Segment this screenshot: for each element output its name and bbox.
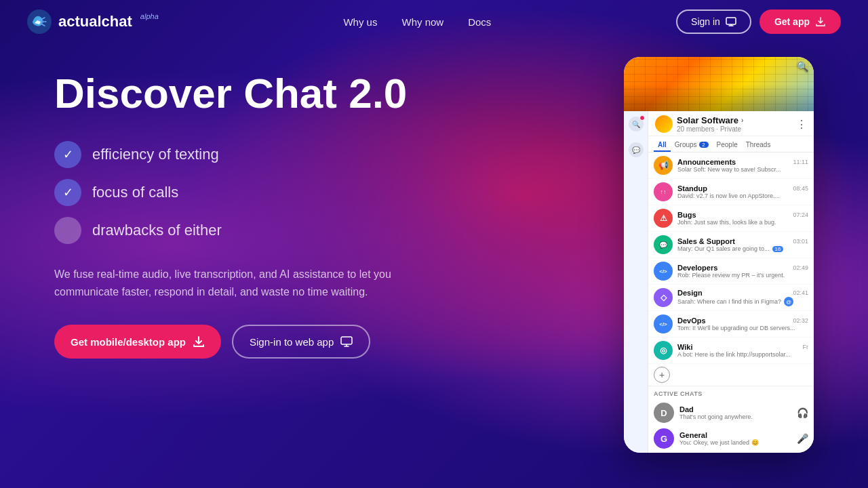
side-icon-search[interactable]: 🔍	[629, 117, 644, 131]
chat-time-design: 02:41	[793, 289, 808, 296]
chat-preview-bugs: John: Just saw this, looks like a bug.	[677, 219, 808, 226]
cta-secondary-button[interactable]: Sign-in to web app	[232, 325, 370, 359]
feature-item-1: ✓ efficiency of texting	[54, 141, 597, 168]
chat-content-standup: Standup 08:45 David: v2.7 is now live on…	[677, 184, 808, 199]
banner-search-icon[interactable]: 🔍	[797, 61, 808, 72]
design-at-badge: @	[784, 297, 793, 306]
chat-content-design: Design 02:41 Sarah: Where can I find thi…	[677, 289, 808, 306]
add-channel-button[interactable]: +	[654, 367, 670, 383]
getapp-button[interactable]: Get app	[760, 9, 841, 34]
chat-time-wiki: Fr	[803, 344, 809, 350]
active-chat-dad[interactable]: D Dad That's not going anywhere. 🎧	[654, 400, 808, 426]
chat-name-developers: Developers	[677, 264, 717, 272]
chat-time-standup: 08:45	[793, 185, 808, 192]
tabs: All Groups 2 People Threads	[648, 136, 814, 152]
logo-text: actualchat	[58, 13, 132, 30]
tab-threads[interactable]: Threads	[742, 139, 775, 152]
chat-preview-announcements: Solar Soft: New way to save! Subscr...	[677, 166, 808, 173]
chat-time-devops: 02:32	[793, 317, 808, 324]
feature-text-3: drawbacks of either	[92, 222, 222, 239]
chat-preview-design: Sarah: Where can I find this in Figma? @	[677, 297, 808, 306]
sales-badge: 16	[772, 246, 784, 252]
chat-time-developers: 02:49	[793, 264, 808, 271]
alpha-badge: alpha	[140, 12, 159, 20]
chat-preview-standup: David: v2.7 is now live on AppStore....	[677, 192, 808, 199]
chat-avatar-standup: ↑↑	[654, 182, 673, 201]
headphone-icon: 🎧	[797, 407, 808, 418]
active-chats-title: Active chats	[654, 390, 808, 397]
active-chats-section: Active chats D Dad That's not going anyw…	[648, 386, 814, 453]
feature-item-3: drawbacks of either	[54, 217, 597, 244]
group-name: Solar Software ›	[677, 115, 743, 125]
group-avatar	[655, 115, 673, 133]
chat-content-wiki: Wiki Fr A bot: Here is the link http://s…	[677, 343, 808, 358]
group-header: Solar Software › 20 members · Private ⋮	[648, 111, 814, 136]
chat-name-design: Design	[677, 289, 703, 297]
chat-avatar-developers: </>	[654, 262, 673, 281]
chat-preview-devops: Tom: I! We'll be upgrading our DB server…	[677, 325, 808, 331]
chat-item-design[interactable]: ◇ Design 02:41 Sarah: Where can I find t…	[648, 285, 814, 311]
tab-people[interactable]: People	[713, 139, 742, 152]
groups-tab-badge: 2	[699, 142, 709, 148]
tab-groups[interactable]: Groups 2	[671, 139, 713, 152]
chat-item-announcements[interactable]: 📢 Announcements 11:11 Solar Soft: New wa…	[648, 152, 814, 179]
chat-name-bugs: Bugs	[677, 211, 696, 219]
hero-description: We fuse real-time audio, live transcript…	[54, 266, 393, 300]
chat-content-announcements: Announcements 11:11 Solar Soft: New way …	[677, 158, 808, 173]
chat-name-devops: DevOps	[677, 317, 706, 325]
search-icon: 🔍	[632, 121, 640, 128]
feature-text-1: efficiency of texting	[92, 146, 219, 163]
chat-item-standup[interactable]: ↑↑ Standup 08:45 David: v2.7 is now live…	[648, 179, 814, 205]
chat-item-wiki[interactable]: ◎ Wiki Fr A bot: Here is the link http:/…	[648, 338, 814, 364]
chat-time-announcements: 11:11	[793, 159, 808, 165]
logo[interactable]: actualchat alpha	[27, 9, 159, 34]
active-name-general: General	[679, 431, 791, 439]
more-options-button[interactable]: ⋮	[796, 118, 807, 131]
chat-preview-sales: Mary: Our Q1 sales are going to... 16	[677, 245, 808, 252]
chat-name-wiki: Wiki	[677, 343, 693, 351]
signin-button[interactable]: Sign in	[676, 9, 751, 34]
chat-item-sales[interactable]: 💬 Sales & Support 03:01 Mary: Our Q1 sal…	[648, 232, 814, 258]
active-preview-general: You: Okey, we just landed 😊	[679, 439, 791, 446]
chat-content-sales: Sales & Support 03:01 Mary: Our Q1 sales…	[677, 237, 808, 252]
tab-all[interactable]: All	[654, 139, 671, 152]
nav-why-us[interactable]: Why us	[343, 16, 377, 28]
chat-preview-developers: Rob: Please review my PR – it's urgent.	[677, 272, 808, 279]
hero-headline: Discover Chat 2.0	[54, 70, 597, 117]
chat-item-bugs[interactable]: ⚠ Bugs 07:24 John: Just saw this, looks …	[648, 205, 814, 232]
chat-item-devops[interactable]: </> DevOps 02:32 Tom: I! We'll be upgrad…	[648, 311, 814, 338]
chat-panel: Solar Software › 20 members · Private ⋮ …	[648, 111, 814, 453]
check-circle-1: ✓	[54, 141, 81, 168]
chat-time-sales: 03:01	[793, 238, 808, 245]
group-meta: 20 members · Private	[677, 125, 743, 133]
chat-name-sales: Sales & Support	[677, 237, 735, 245]
active-avatar-general: G	[654, 428, 674, 449]
chat-avatar-design: ◇	[654, 288, 673, 307]
download-cta-icon	[193, 336, 205, 348]
cta-primary-button[interactable]: Get mobile/desktop app	[54, 325, 221, 359]
group-chevron-icon: ›	[741, 117, 743, 124]
download-icon	[815, 16, 826, 27]
checkmark-icon-1: ✓	[63, 148, 73, 161]
active-preview-dad: That's not going anywhere.	[679, 413, 791, 420]
phone-mockup: 🔍 🔍 💬	[624, 57, 814, 453]
chat-avatar-wiki: ◎	[654, 341, 673, 360]
side-icon-chat[interactable]: 💬	[629, 142, 644, 157]
active-chat-general[interactable]: G General You: Okey, we just landed 😊 🎤	[654, 426, 808, 451]
solar-banner: 🔍	[624, 57, 814, 111]
monitor-cta-icon	[340, 336, 353, 348]
nav-docs[interactable]: Docs	[468, 16, 491, 28]
chat-avatar-sales: 💬	[654, 235, 673, 254]
active-avatar-dad: D	[654, 403, 674, 423]
active-info-general: General You: Okey, we just landed 😊	[679, 431, 791, 446]
check-circle-3	[54, 217, 81, 244]
features-list: ✓ efficiency of texting ✓ focus of calls…	[54, 141, 597, 244]
chat-icon: 💬	[632, 146, 640, 154]
chat-name-standup: Standup	[677, 184, 707, 192]
check-circle-2: ✓	[54, 179, 81, 206]
side-icons: 🔍 💬	[624, 111, 648, 453]
nav-why-now[interactable]: Why now	[401, 16, 443, 28]
monitor-icon	[726, 16, 736, 27]
chat-item-developers[interactable]: </> Developers 02:49 Rob: Please review …	[648, 258, 814, 285]
svg-rect-7	[341, 337, 352, 344]
